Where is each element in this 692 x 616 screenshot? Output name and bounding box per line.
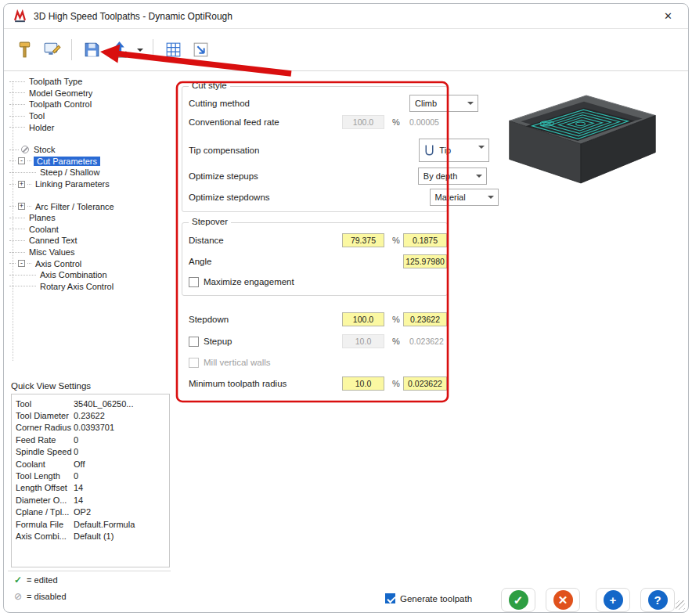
table-row: Corner Radius0.0393701 (12, 422, 169, 434)
tree-item-toolpath-control[interactable]: Toolpath Control (9, 99, 174, 110)
table-row: Spindle Speed0 (12, 446, 169, 458)
grid-functions-button[interactable] (161, 38, 185, 62)
title-bar: 3D High Speed Toolpaths - Dynamic OptiRo… (4, 4, 688, 29)
tree-item-label: Coolant (27, 225, 60, 234)
tree-connector (9, 149, 19, 150)
help-question-icon: ? (648, 590, 668, 610)
percent-sign: % (392, 379, 400, 388)
tree-item-label: Linking Parameters (34, 179, 111, 189)
export-button[interactable] (107, 38, 131, 62)
plus-button[interactable]: + (596, 588, 630, 612)
grid-icon (164, 40, 183, 59)
qvs-label: Formula File (12, 520, 74, 529)
help-button[interactable]: ? (640, 588, 675, 612)
expand-icon[interactable]: + (18, 181, 25, 188)
min-radius-value-input[interactable]: 0.023622 (403, 376, 447, 391)
tree-connector (9, 172, 36, 173)
qvs-value: Default.Formula (74, 520, 169, 529)
field-label: Angle (189, 257, 211, 266)
tool-tip-icon (423, 144, 436, 157)
tree-item-stock[interactable]: Stock (9, 144, 174, 156)
cutting-method-dropdown[interactable]: Climb (409, 95, 478, 112)
field-label: Stepdown (189, 315, 229, 324)
ok-button[interactable]: ✓ (501, 588, 535, 612)
tree-item-holder[interactable]: Holder (9, 121, 174, 133)
qvs-value: 3540L_06250... (74, 399, 169, 409)
angle-value-input[interactable]: 125.97980 (403, 254, 447, 268)
optimize-stepdowns-dropdown[interactable]: Material (430, 189, 499, 206)
tree-item-tool[interactable]: Tool (9, 110, 174, 122)
tree-item-canned-text[interactable]: Canned Text (9, 235, 174, 247)
tree-item-linking-parameters[interactable]: +Linking Parameters (9, 178, 174, 190)
checkbox-label: Stepup (204, 337, 232, 346)
qvs-label: Tool Length (12, 471, 74, 481)
cancel-x-icon: ✕ (553, 590, 573, 610)
qvs-label: Cplane / Tpl... (12, 507, 74, 517)
export-dropdown-caret[interactable] (135, 38, 145, 62)
distance-pct-input[interactable]: 79.375 (342, 233, 384, 247)
tree-item-label: Stock (32, 145, 57, 154)
view-edit-button[interactable] (40, 38, 63, 62)
toolpath-preview-image (498, 86, 667, 188)
percent-sign: % (392, 236, 400, 245)
tip-compensation-dropdown[interactable]: Tip (419, 139, 489, 162)
close-button[interactable]: ✕ (658, 9, 679, 23)
conventional-feed-value: 0.00005 (403, 117, 439, 127)
percent-sign: % (392, 315, 400, 324)
checkbox-label: Mill vertical walls (204, 358, 271, 367)
tree-connector (9, 218, 25, 218)
tree-item-coolant[interactable]: Coolant (9, 224, 174, 236)
tree-item-planes[interactable]: Planes (9, 212, 174, 224)
optimize-stepups-dropdown[interactable]: By depth (418, 168, 487, 185)
tree-item-model-geometry[interactable]: Model Geometry (9, 88, 174, 99)
qvs-value: 0 (74, 471, 169, 481)
generate-toolpath-checkbox[interactable] (385, 593, 395, 603)
tree-item-label: Rotary Axis Control (38, 282, 115, 291)
qvs-value: 14 (74, 495, 169, 505)
distance-value-input[interactable]: 0.1875 (403, 233, 447, 247)
dropdown-value: Tip (439, 146, 451, 155)
tree-gap (9, 133, 174, 144)
tree-item-cut-parameters[interactable]: -Cut Parameters (9, 156, 174, 168)
toolbar-separator (153, 39, 153, 60)
tree-item-axis-combination[interactable]: Axis Combination (9, 269, 174, 281)
save-button[interactable] (80, 38, 103, 62)
tree-item-rotary-axis-control[interactable]: Rotary Axis Control (9, 281, 174, 293)
min-radius-pct-input[interactable]: 10.0 (342, 376, 384, 391)
field-label: Distance (189, 236, 224, 245)
tree-item-toolpath-type[interactable]: Toolpath Type (9, 76, 174, 88)
tree-connector (9, 206, 16, 207)
tree-item-label: Toolpath Type (27, 77, 84, 86)
group-title: Cut style (189, 81, 230, 90)
minimum-toolpath-radius-row: Minimum toolpath radius 10.0 % 0.023622 (182, 373, 451, 394)
conventional-feed-rate-row: Conventional feed rate 100.0 % 0.00005 (182, 113, 447, 131)
stepup-checkbox[interactable] (189, 337, 199, 347)
expand-icon[interactable]: + (18, 203, 25, 210)
tree-connector (9, 229, 25, 229)
tree-connector (27, 184, 31, 185)
tree-item-label: Tool (27, 111, 46, 121)
tree-connector (27, 263, 31, 264)
legend-divider (8, 571, 171, 571)
maximize-engagement-row: Maximize engagement (182, 272, 447, 291)
cancel-button[interactable]: ✕ (546, 588, 580, 612)
parameters-hammer-button[interactable] (13, 38, 36, 62)
tree-connector (9, 184, 16, 185)
legend-edited-text: = edited (27, 575, 57, 585)
stepdown-value-input[interactable]: 0.23622 (403, 312, 447, 326)
qvs-label: Axis Combi... (12, 531, 74, 541)
tree-item-arc-filter[interactable]: +Arc Filter / Tolerance (9, 200, 174, 212)
ok-check-icon: ✓ (509, 590, 528, 610)
collapse-icon[interactable]: - (18, 260, 25, 267)
stepdown-pct-input[interactable]: 100.0 (342, 312, 384, 326)
transfer-button[interactable] (189, 38, 212, 62)
tree-item-steep-shallow[interactable]: Steep / Shallow (9, 167, 174, 178)
collapse-icon[interactable]: - (18, 157, 25, 164)
tree-item-axis-control[interactable]: -Axis Control (9, 258, 174, 269)
tree-item-misc-values[interactable]: Misc Values (9, 247, 174, 258)
resize-grip[interactable] (676, 600, 685, 610)
tree-connector (9, 104, 25, 105)
mill-vertical-walls-row: Mill vertical walls (182, 352, 451, 373)
app-icon (13, 9, 27, 23)
maximize-engagement-checkbox[interactable] (189, 277, 199, 287)
